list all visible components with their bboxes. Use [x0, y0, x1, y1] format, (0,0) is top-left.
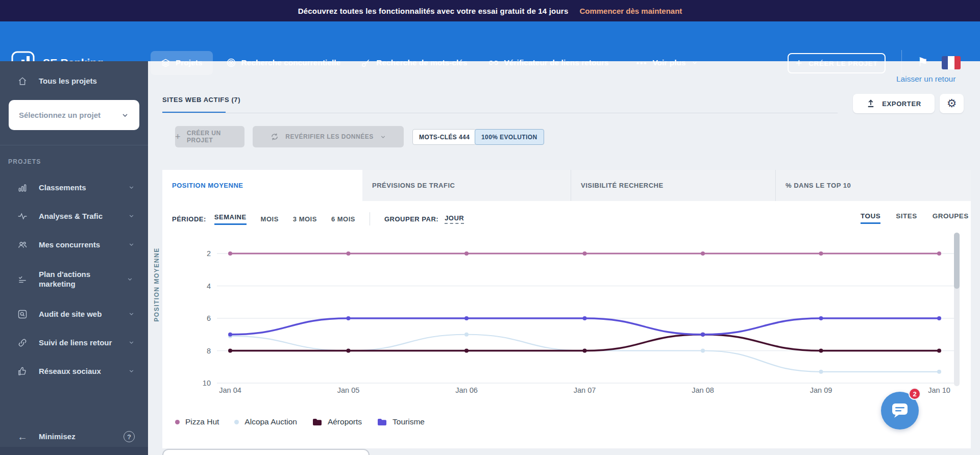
export-button[interactable]: EXPORTER	[853, 94, 935, 113]
chevron-down-icon	[127, 275, 133, 284]
sidebar-item-label: Analyses & Trafic	[39, 212, 117, 221]
nav-item-voir-plus[interactable]: ••• Voir plus	[622, 51, 705, 74]
legend-item-tourisme[interactable]: Tourisme	[377, 417, 425, 426]
sidebar-footer-strip	[0, 447, 148, 455]
feedback-link[interactable]: Laisser un retour	[896, 74, 955, 84]
sidebar-item-mes-concurrents[interactable]: Mes concurrents	[0, 231, 148, 259]
legend-item-pizza-hut[interactable]: Pizza Hut	[175, 417, 219, 426]
sidebar-item-reseaux-sociaux[interactable]: Réseaux sociaux	[0, 357, 148, 386]
tab-label: % DANS LE TOP 10	[786, 182, 851, 189]
svg-text:Jan 05: Jan 05	[337, 386, 360, 394]
period-option-3mois[interactable]: 3 MOIS	[293, 215, 317, 223]
gear-icon: ⚙	[947, 97, 957, 110]
nav-item-label: Recherche concurrentielle	[241, 58, 341, 67]
period-option-6mois[interactable]: 6 MOIS	[331, 215, 355, 223]
sidebar-item-tous-les-projets[interactable]: Tous les projets	[0, 67, 148, 95]
scope-tab-groupes[interactable]: GROUPES	[933, 212, 969, 224]
scope-tabs: TOUS SITES GROUPES	[861, 212, 969, 224]
report-flag-icon[interactable]: ⚑	[917, 55, 928, 69]
period-controls: PÉRIODE: SEMAINE MOIS 3 MOIS 6 MOIS GROU…	[172, 212, 464, 225]
fr-flag-blue	[942, 56, 948, 69]
ellipsis-icon: •••	[636, 59, 648, 67]
sidebar-item-plan-actions-marketing[interactable]: Plan d'actions marketing	[0, 259, 148, 300]
folder-group-icon	[312, 418, 322, 426]
sidebar-item-label: Audit de site web	[39, 310, 117, 319]
sidebar-item-classements[interactable]: Classements	[0, 173, 148, 202]
svg-text:6: 6	[207, 314, 211, 322]
settings-button[interactable]: ⚙	[940, 94, 964, 113]
chart-legend: Pizza Hut Alcopa Auction Aéroports Touri…	[175, 417, 425, 426]
create-un-projet-label: CRÉER UN PROJET	[187, 130, 244, 144]
group-by-value-jour[interactable]: JOUR	[445, 214, 464, 224]
tab-visibilite-recherche[interactable]: VISIBILITÉ RECHERCHE	[571, 170, 775, 201]
nav-items: Projets Recherche concurrentielle Recher…	[151, 43, 705, 83]
folder-group-icon	[377, 418, 387, 426]
legend-item-aeroports[interactable]: Aéroports	[312, 417, 362, 426]
chart-scrollbar-thumb[interactable]	[954, 233, 960, 289]
project-select-dropdown[interactable]: Sélectionnez un projet	[9, 100, 139, 130]
chevron-down-icon	[128, 241, 135, 249]
sidebar-item-audit-site-web[interactable]: Audit de site web	[0, 300, 148, 328]
legend-label: Aéroports	[328, 417, 362, 426]
pulse-icon	[17, 211, 28, 221]
nav-item-label: Vérificateur de liens retours	[504, 58, 609, 67]
chevron-down-icon	[128, 339, 135, 347]
fr-flag-red	[954, 56, 961, 69]
nav-item-recherche-mots-cles[interactable]: Recherche de mots-clés	[354, 50, 474, 75]
sidebar-item-label: Mes concurrents	[39, 240, 117, 250]
legend-item-alcopa-auction[interactable]: Alcopa Auction	[234, 417, 297, 426]
promo-cta-link[interactable]: Commencer dès maintenant	[579, 7, 682, 15]
sidebar-item-label: Tous les projets	[39, 77, 148, 86]
chevron-down-icon	[121, 111, 129, 119]
recheck-data-button-disabled[interactable]: REVÉRIFIER LES DONNÉES	[253, 126, 404, 147]
sidebar-item-label: Plan d'actions marketing	[39, 270, 115, 289]
key-icon	[361, 58, 371, 68]
home-icon	[17, 76, 28, 86]
recheck-data-label: REVÉRIFIER LES DONNÉES	[285, 133, 373, 140]
plus-icon: +	[796, 57, 802, 70]
tab-previsions-trafic[interactable]: PRÉVISIONS DE TRAFIC	[362, 170, 571, 201]
active-sites-tab[interactable]: SITES WEB ACTIFS (7)	[162, 96, 240, 104]
language-flag-fr[interactable]	[942, 56, 961, 69]
sidebar-item-label: Suivi de liens retour	[39, 338, 117, 348]
legend-label: Alcopa Auction	[244, 417, 297, 426]
svg-text:Jan 09: Jan 09	[810, 386, 832, 394]
tab-position-moyenne[interactable]: POSITION MOYENNE	[162, 170, 362, 201]
fr-flag-white	[948, 56, 954, 69]
nav-item-projets[interactable]: Projets	[151, 51, 213, 75]
series-dot-marker	[234, 420, 239, 424]
arrow-left-icon: ←	[17, 432, 28, 442]
chevron-down-icon	[128, 212, 135, 221]
upload-icon	[866, 99, 875, 108]
chevron-down-icon	[128, 184, 135, 192]
create-un-projet-button-disabled[interactable]: + CRÉER UN PROJET	[175, 126, 244, 147]
project-select-placeholder: Sélectionnez un projet	[19, 111, 121, 119]
bullseye-icon	[226, 58, 236, 68]
nav-item-verificateur-liens[interactable]: Vérificateur de liens retours	[481, 50, 616, 75]
plus-icon: +	[175, 132, 181, 142]
scope-tab-sites[interactable]: SITES	[896, 212, 917, 224]
tab-pct-top10[interactable]: % DANS LE TOP 10	[775, 170, 971, 201]
tab-label: POSITION MOYENNE	[172, 182, 243, 189]
promo-text: Découvrez toutes les fonctionnalités ave…	[298, 7, 569, 15]
nav-item-recherche-concurrentielle[interactable]: Recherche concurrentielle	[219, 50, 348, 75]
tab-label: VISIBILITÉ RECHERCHE	[581, 182, 664, 189]
chevron-down-icon	[128, 367, 135, 376]
layers-icon	[161, 58, 170, 68]
export-label: EXPORTER	[882, 100, 921, 108]
create-project-button[interactable]: + CRÉER LE PROJET	[788, 53, 886, 73]
period-option-mois[interactable]: MOIS	[261, 215, 279, 223]
sidebar-item-suivi-liens-retour[interactable]: Suivi de liens retour	[0, 328, 148, 357]
header-divider-line	[162, 113, 838, 113]
tab-label: PRÉVISIONS DE TRAFIC	[372, 182, 455, 189]
sidebar-item-analyses-trafic[interactable]: Analyses & Trafic	[0, 202, 148, 231]
svg-text:Jan 04: Jan 04	[219, 386, 241, 394]
metric-tabs: POSITION MOYENNE PRÉVISIONS DE TRAFIC VI…	[162, 170, 971, 201]
chevron-down-icon	[691, 59, 698, 66]
help-icon[interactable]: ?	[124, 431, 135, 442]
period-option-semaine[interactable]: SEMAINE	[214, 213, 247, 225]
scope-tab-tous[interactable]: TOUS	[861, 212, 880, 224]
nav-item-label: Voir plus	[652, 58, 685, 67]
sidebar: Tous les projets Sélectionnez un projet …	[0, 61, 148, 455]
keywords-count-badge: MOTS-CLÉS 444	[412, 129, 476, 145]
